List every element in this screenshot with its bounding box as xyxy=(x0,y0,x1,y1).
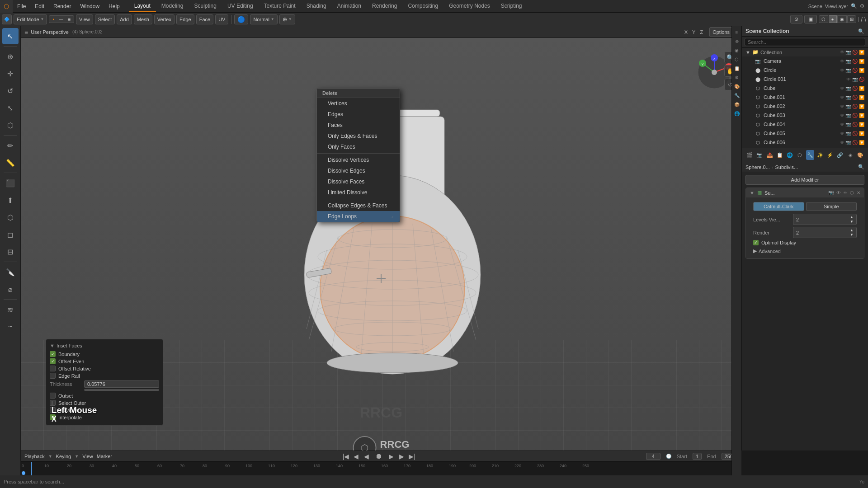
overlay-btn[interactable]: ⊙ xyxy=(790,15,802,23)
tool-transform[interactable]: ⬡ xyxy=(2,117,19,133)
tab-layout[interactable]: Layout xyxy=(129,0,156,12)
tl-play-reverse[interactable]: ◀ xyxy=(364,453,369,460)
tool-knife[interactable]: 🔪 xyxy=(2,264,19,280)
tool-add-cube[interactable]: ⬛ xyxy=(2,175,19,191)
right-icon-2[interactable]: ⊕ xyxy=(733,37,741,45)
context-menu-dissolve-edges[interactable]: Dissolve Edges xyxy=(317,165,400,176)
prop-particles-icon[interactable]: ✨ xyxy=(816,150,824,160)
modifier-cam-icon[interactable]: 📷 xyxy=(828,190,834,195)
prop-data-icon[interactable]: ◈ xyxy=(846,150,854,160)
tool-extrude[interactable]: ⬆ xyxy=(2,192,19,208)
edit-mode-dropdown[interactable]: Edit Mode ▼ xyxy=(14,14,47,24)
tool-cursor[interactable]: ⊕ xyxy=(2,48,19,65)
context-menu-only-edges-faces[interactable]: Only Edges & Faces xyxy=(317,131,400,141)
right-icon-9[interactable]: 📦 xyxy=(733,100,741,108)
menu-edit[interactable]: Edit xyxy=(30,0,49,12)
menu-render[interactable]: Render xyxy=(49,0,75,12)
right-icon-4[interactable]: ⬡ xyxy=(733,55,741,63)
outliner-item-circle001[interactable]: ⬤ Circle.001 👁 📷 🚫 xyxy=(742,75,868,84)
simple-btn[interactable]: Simple xyxy=(806,202,857,211)
advanced-toggle[interactable]: ▶ Advanced xyxy=(750,246,860,256)
edges-mode-btn[interactable]: — xyxy=(57,16,65,22)
tab-scripting[interactable]: Scripting xyxy=(495,0,528,12)
optimal-display-checkbox[interactable]: ✓ xyxy=(753,240,759,245)
outliner-search[interactable] xyxy=(745,38,865,46)
tool-annotate[interactable]: ✏ xyxy=(2,137,19,154)
tool-measure[interactable]: 📏 xyxy=(2,155,19,171)
viewport-menu-icon[interactable]: ≡ xyxy=(24,28,28,36)
outliner-item-camera[interactable]: 📷 Camera 👁 📷 🚫 🔽 xyxy=(742,56,868,66)
outliner-item-cube002[interactable]: ⬡ Cube.002 👁 📷 🚫 🔽 xyxy=(742,102,868,111)
outliner-item-cube003[interactable]: ⬡ Cube.003 👁 📷 🚫 🔽 xyxy=(742,111,868,120)
levels-viewport-value[interactable]: 2 ▲ ▼ xyxy=(793,214,857,225)
right-icon-10[interactable]: 🌐 xyxy=(733,109,741,117)
inset-edge-rail-checkbox[interactable] xyxy=(50,373,56,379)
mesh-menu[interactable]: Mesh xyxy=(134,14,152,24)
tab-compositing[interactable]: Compositing xyxy=(402,0,443,12)
current-frame-input[interactable]: 4 xyxy=(646,453,660,460)
context-menu-collapse-edges[interactable]: Collapse Edges & Faces xyxy=(317,200,400,211)
select-menu[interactable]: Select xyxy=(95,14,115,24)
tool-select[interactable]: ↖ xyxy=(2,28,19,44)
modifier-expand-icon[interactable]: ▼ xyxy=(750,190,755,196)
context-menu-edges[interactable]: Edges xyxy=(317,109,400,120)
tab-shading[interactable]: Shading xyxy=(301,0,332,12)
search-icon[interactable]: 🔍 xyxy=(851,3,857,9)
inset-offset-relative-checkbox[interactable] xyxy=(50,366,56,371)
inset-offset-even-checkbox[interactable]: ✓ xyxy=(50,358,56,364)
right-icon-8[interactable]: 🔧 xyxy=(733,91,741,99)
rendered-btn[interactable]: ⊞ xyxy=(847,15,856,23)
render-down-icon[interactable]: ▼ xyxy=(850,233,854,237)
right-icon-5[interactable]: 📋 xyxy=(733,64,741,72)
tl-start-frame[interactable]: 1 xyxy=(693,453,702,460)
timeline-content[interactable]: 0 10 20 30 40 50 60 70 80 90 100 110 120… xyxy=(21,462,741,476)
tab-geometry-nodes[interactable]: Geometry Nodes xyxy=(443,0,495,12)
outliner-filter-icon[interactable]: 🔍 xyxy=(858,28,864,34)
tl-view-menu[interactable]: View xyxy=(82,454,93,459)
render-up-icon[interactable]: ▲ xyxy=(850,228,854,232)
menu-file[interactable]: File xyxy=(13,0,30,12)
face-menu[interactable]: Face xyxy=(196,14,213,24)
inset-thickness-field[interactable]: 0.05776 xyxy=(84,380,159,388)
tl-play[interactable]: ▶ xyxy=(389,453,394,460)
outliner-item-cube005[interactable]: ⬡ Cube.005 👁 📷 🚫 🔽 xyxy=(742,129,868,138)
edge-menu[interactable]: Edge xyxy=(176,14,194,24)
render-level-value[interactable]: 2 ▲ ▼ xyxy=(793,227,857,238)
breadcrumb-search[interactable]: 🔍 xyxy=(858,164,864,170)
faces-mode-btn[interactable]: ■ xyxy=(66,16,72,22)
tool-bisect[interactable]: ⌀ xyxy=(2,281,19,297)
modifier-vis-icon[interactable]: 👁 xyxy=(836,190,841,195)
levels-down-icon[interactable]: ▼ xyxy=(850,220,854,224)
modifier-edit-icon[interactable]: ✏ xyxy=(844,190,847,195)
tl-jump-start[interactable]: |◀ xyxy=(343,453,349,460)
modifier-realtime-icon[interactable]: ⬡ xyxy=(850,190,854,195)
settings-icon[interactable]: ⚙ xyxy=(860,3,864,9)
tl-prev-frame[interactable]: ◀ xyxy=(354,453,359,460)
vertices-mode-btn[interactable]: ▪ xyxy=(51,16,56,22)
menu-window[interactable]: Window xyxy=(75,0,104,12)
inset-depth-field[interactable] xyxy=(84,389,159,391)
prop-render-icon[interactable]: 📷 xyxy=(755,150,764,160)
view-menu[interactable]: View xyxy=(76,14,93,24)
tool-smooth[interactable]: ≋ xyxy=(2,301,19,318)
breadcrumb-subdiv[interactable]: Subdivis... xyxy=(775,164,798,170)
context-menu-edge-loops[interactable]: Edge Loops → xyxy=(317,211,400,222)
tl-next-frame[interactable]: ▶ xyxy=(399,453,404,460)
tool-bevel[interactable]: ◻ xyxy=(2,226,19,243)
breadcrumb-sphere[interactable]: Sphere.0... xyxy=(745,164,770,170)
modifier-delete-icon[interactable]: ✕ xyxy=(857,190,860,195)
tool-inset[interactable]: ⬡ xyxy=(2,209,19,225)
outliner-item-cube001[interactable]: ⬡ Cube.001 👁 📷 🚫 🔽 xyxy=(742,93,868,102)
tl-stop[interactable]: ⏺ xyxy=(375,452,382,460)
tab-rendering[interactable]: Rendering xyxy=(367,0,402,12)
right-icon-7[interactable]: 🎨 xyxy=(733,82,741,90)
tab-sculpting[interactable]: Sculpting xyxy=(189,0,222,12)
outliner-item-cube004[interactable]: ⬡ Cube.004 👁 📷 🚫 🔽 xyxy=(742,120,868,129)
tab-uv-editing[interactable]: UV Editing xyxy=(222,0,259,12)
prop-constraints-icon[interactable]: 🔗 xyxy=(836,150,844,160)
inset-collapse-icon[interactable]: ▼ xyxy=(50,343,55,348)
add-modifier-button[interactable]: Add Modifier xyxy=(745,175,864,185)
tl-jump-end[interactable]: ▶| xyxy=(409,453,415,460)
tl-keying-menu[interactable]: Keying xyxy=(56,454,71,459)
snap-magnet[interactable]: 🔵 xyxy=(234,14,248,24)
